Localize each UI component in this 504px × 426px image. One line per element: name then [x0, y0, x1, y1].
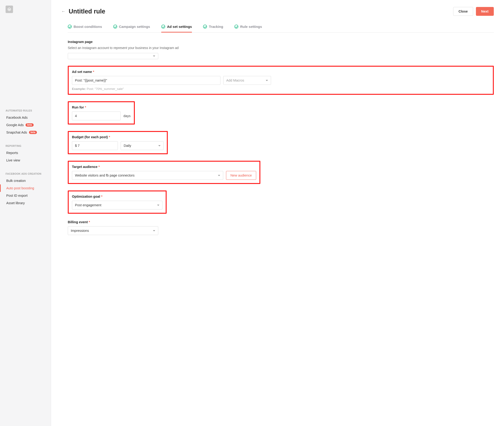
sidebar-item-label: Facebook Ads: [6, 116, 28, 119]
sidebar-item-label: Snapchat Ads: [6, 131, 27, 134]
billing-event-section: Billing event * Impressions: [68, 220, 494, 235]
sidebar-item-label: Google Ads: [6, 123, 24, 127]
ad-set-name-input[interactable]: [72, 76, 221, 85]
wizard-steps: Boost conditions Campaign settings Ad se…: [68, 21, 494, 33]
add-macros-select[interactable]: Add Macros: [223, 76, 271, 85]
instagram-page-label: Instagram page: [68, 40, 494, 44]
step-campaign-settings[interactable]: Campaign settings: [113, 21, 150, 33]
run-for-section: Run for * days: [68, 101, 135, 125]
run-for-label: Run for *: [72, 106, 131, 109]
step-boost-conditions[interactable]: Boost conditions: [68, 21, 102, 33]
run-for-input[interactable]: [72, 112, 121, 120]
sidebar-item-asset-library[interactable]: Asset library: [0, 199, 51, 207]
check-circle-icon: [68, 25, 72, 28]
sidebar-item-facebook-ads[interactable]: Facebook Ads: [0, 114, 51, 121]
step-label: Ad set settings: [167, 25, 192, 28]
target-audience-select[interactable]: Website visitors and fb page connectors: [72, 171, 223, 180]
target-audience-label: Target audience *: [72, 165, 256, 169]
optimization-goal-select[interactable]: Post engagement: [72, 201, 162, 210]
beta-badge: beta: [26, 123, 34, 127]
select-value: Post engagement: [75, 203, 101, 207]
sidebar-item-snapchat-ads[interactable]: Snapchat Ads beta: [0, 129, 51, 136]
optimization-goal-section: Optimization goal * Post engagement: [68, 191, 167, 214]
app-logo: [6, 6, 13, 13]
close-button[interactable]: Close: [453, 7, 473, 16]
sidebar-item-label: Bulk creation: [6, 179, 26, 183]
sidebar-heading-reporting: REPORTING: [0, 142, 51, 149]
step-label: Campaign settings: [119, 25, 150, 28]
select-value: Daily: [124, 144, 131, 148]
run-for-suffix: days: [124, 114, 131, 118]
chevron-down-icon: [157, 205, 159, 206]
sidebar-item-reports[interactable]: Reports: [0, 149, 51, 156]
step-label: Tracking: [209, 25, 223, 28]
budget-amount-input[interactable]: [72, 141, 118, 150]
chevron-down-icon: [218, 175, 220, 176]
sidebar-item-live-view[interactable]: Live view: [0, 156, 51, 164]
budget-section: Budget (for each post) * Daily: [68, 131, 168, 154]
select-value: Impressions: [71, 229, 89, 233]
budget-period-select[interactable]: Daily: [121, 141, 164, 150]
check-circle-icon: [203, 25, 207, 28]
new-audience-button[interactable]: New audience: [226, 171, 256, 180]
select-placeholder: Add Macros: [226, 78, 244, 82]
sidebar-item-label: Post ID export: [6, 194, 28, 198]
sidebar: AUTOMATED RULES Facebook Ads Google Ads …: [0, 0, 51, 426]
sidebar-item-auto-post-boosting[interactable]: Auto post boosting: [0, 185, 51, 192]
chevron-down-icon: [153, 56, 155, 57]
select-value: Website visitors and fb page connectors: [75, 173, 135, 177]
sidebar-item-label: Auto post boosting: [6, 186, 34, 190]
target-audience-section: Target audience * Website visitors and f…: [68, 161, 260, 184]
sidebar-item-label: Reports: [6, 151, 18, 155]
back-arrow-icon[interactable]: ←: [61, 9, 65, 14]
optimization-goal-label: Optimization goal *: [72, 195, 162, 198]
sidebar-item-bulk-creation[interactable]: Bulk creation: [0, 177, 51, 185]
chevron-down-icon: [158, 145, 161, 146]
check-circle-icon: [161, 25, 165, 28]
chevron-down-icon: [153, 230, 155, 231]
step-label: Boost conditions: [74, 25, 102, 28]
sidebar-item-label: Live view: [6, 158, 20, 162]
ad-set-name-section: Ad set name * Add Macros Example: Post: …: [68, 66, 494, 95]
check-circle-icon: [234, 25, 238, 28]
step-tracking[interactable]: Tracking: [203, 21, 223, 33]
step-rule-settings[interactable]: Rule settings: [234, 21, 262, 33]
page-title: Untitled rule: [69, 8, 105, 15]
sidebar-item-post-id-export[interactable]: Post ID export: [0, 192, 51, 199]
ad-set-name-example: Example: Post: "70%_summer_sale": [72, 87, 490, 91]
instagram-page-help: Select an Instagram account to represent…: [68, 46, 494, 50]
instagram-page-select[interactable]: [68, 53, 158, 59]
sidebar-heading-fb-ads-creation: FACEBOOK ADS CREATION: [0, 170, 51, 177]
budget-label: Budget (for each post) *: [72, 135, 164, 139]
sidebar-item-label: Asset library: [6, 201, 25, 205]
step-label: Rule settings: [240, 25, 262, 28]
next-button[interactable]: Next: [476, 7, 494, 16]
chevron-down-icon: [266, 80, 268, 81]
step-ad-set-settings[interactable]: Ad set settings: [161, 21, 192, 33]
sidebar-heading-automated-rules: AUTOMATED RULES: [0, 107, 51, 114]
billing-event-label: Billing event *: [68, 220, 494, 224]
check-circle-icon: [113, 25, 117, 28]
sidebar-item-google-ads[interactable]: Google Ads beta: [0, 121, 51, 129]
main-content: ← Untitled rule Close Next Boost conditi…: [51, 0, 504, 426]
ad-set-name-label: Ad set name *: [72, 70, 490, 74]
beta-badge: beta: [29, 131, 37, 134]
billing-event-select[interactable]: Impressions: [68, 226, 158, 235]
